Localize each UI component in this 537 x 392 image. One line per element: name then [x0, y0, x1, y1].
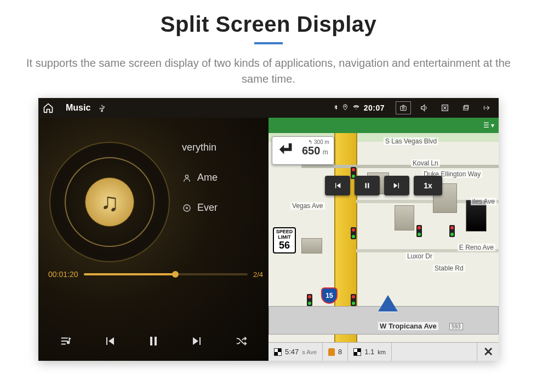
- nav-top-strip: ☰ ▾: [268, 118, 499, 133]
- elapsed-time: 00:01:20: [48, 270, 78, 279]
- progress-row: 00:01:20 2/4: [48, 270, 263, 279]
- svg-point-0: [345, 106, 346, 107]
- track-metadata: verythin Ame Ever: [182, 142, 264, 214]
- svg-rect-10: [150, 337, 152, 345]
- work-cell[interactable]: 8: [323, 343, 348, 361]
- track-title: verythin: [182, 142, 216, 153]
- music-controls: [38, 321, 268, 361]
- music-pane: ♫ verythin Ame: [38, 118, 268, 361]
- recents-button[interactable]: [458, 101, 473, 114]
- pause-button[interactable]: [140, 328, 167, 354]
- sim-pause-button[interactable]: [355, 176, 380, 195]
- svg-point-9: [67, 342, 70, 344]
- simulation-controls: 1x: [325, 176, 442, 195]
- distance-cell[interactable]: 1.1 km: [348, 343, 392, 361]
- prev-track-button[interactable]: [96, 328, 123, 354]
- title-underline: [254, 42, 283, 44]
- turn-unit: m: [323, 148, 328, 156]
- svg-rect-13: [368, 183, 369, 188]
- sim-prev-button[interactable]: [325, 176, 350, 195]
- street-label: iles Ave: [471, 198, 496, 205]
- page: Split Screen Display It supports the sam…: [0, 0, 537, 392]
- music-note-icon: ♫: [100, 187, 119, 217]
- traffic-light-icon: [351, 294, 356, 306]
- album-row: Ever: [182, 202, 264, 214]
- turn-distance: 650: [302, 145, 320, 157]
- svg-rect-1: [401, 106, 407, 111]
- nav-menu-button[interactable]: ☰ ▾: [483, 122, 494, 129]
- track-title-row: verythin: [182, 142, 264, 153]
- next-track-button[interactable]: [184, 328, 210, 354]
- interstate-shield: 15: [321, 287, 338, 304]
- street-label: Luxor Dr: [405, 252, 434, 260]
- nav-bottom-bar: 5:47 s Ave 8 1.1 km ✕: [268, 342, 499, 361]
- building-icon: [395, 205, 414, 230]
- traffic-light-icon: [307, 294, 312, 306]
- nav-close-button[interactable]: ✕: [477, 343, 499, 361]
- clock: 20:07: [364, 103, 385, 112]
- svg-rect-11: [155, 337, 157, 345]
- app-title: Music: [66, 103, 90, 113]
- navigation-pane[interactable]: S Las Vegas Blvd Koval Ln Duke Ellington…: [268, 118, 499, 361]
- svg-point-7: [184, 205, 190, 211]
- svg-point-6: [185, 175, 188, 177]
- usb-icon: [98, 103, 106, 112]
- home-icon[interactable]: [43, 102, 54, 113]
- album-art: ♫: [49, 142, 170, 262]
- person-icon: [182, 173, 192, 183]
- close-button[interactable]: [437, 101, 453, 114]
- album: Ever: [197, 202, 218, 214]
- svg-point-8: [186, 207, 188, 209]
- playlist-button[interactable]: [53, 328, 79, 354]
- page-heading: Split Screen Display: [0, 0, 537, 55]
- vehicle-cursor-icon: [378, 295, 398, 312]
- traffic-light-icon: [351, 227, 356, 239]
- description: It supports the same screen display of t…: [22, 55, 515, 87]
- back-button[interactable]: [479, 101, 494, 114]
- artist-row: Ame: [182, 172, 264, 183]
- artist: Ame: [197, 172, 218, 183]
- speed-limit-sign: SPEED LIMIT 56: [273, 227, 296, 253]
- building-icon: [301, 238, 322, 253]
- street-label: E Reno Ave: [458, 244, 495, 251]
- track-index: 2/4: [253, 270, 263, 279]
- wifi-icon: [352, 103, 361, 112]
- street-label: Vegas Ave: [290, 202, 325, 210]
- street-label: Koval Ln: [411, 159, 440, 167]
- shuffle-button[interactable]: [228, 328, 254, 354]
- screenshot-button[interactable]: [396, 101, 411, 114]
- turn-instruction-card[interactable]: 650 m ↰ 300 m: [272, 136, 334, 165]
- device-frame: Music 20:07: [38, 98, 499, 361]
- eta-cell[interactable]: 5:47 s Ave: [268, 343, 323, 361]
- location-icon: [342, 103, 349, 113]
- disc-icon: [182, 203, 192, 213]
- street-label: S Las Vegas Blvd: [384, 137, 438, 145]
- street-label: W Tropicana Ave: [378, 322, 438, 330]
- split-container: ♫ verythin Ame: [38, 118, 499, 361]
- route-shield: 593: [449, 323, 463, 330]
- turn-left-icon: [278, 140, 296, 161]
- seek-bar[interactable]: [84, 273, 248, 275]
- construction-icon: [328, 348, 335, 356]
- turn-sub-distance: ↰ 300 m: [308, 139, 329, 145]
- title: Split Screen Display: [0, 12, 537, 37]
- traffic-light-icon: [416, 225, 422, 237]
- status-icons: 20:07: [333, 103, 385, 113]
- status-bar: Music 20:07: [38, 98, 499, 118]
- sim-speed-button[interactable]: 1x: [414, 176, 442, 195]
- sim-next-button[interactable]: [384, 176, 409, 195]
- bluetooth-icon: [333, 103, 339, 113]
- svg-rect-12: [365, 183, 367, 188]
- traffic-light-icon: [449, 225, 455, 237]
- flag-icon: [274, 348, 282, 356]
- flag-icon: [353, 348, 361, 356]
- svg-point-2: [402, 107, 404, 109]
- street-label: Stable Rd: [433, 264, 465, 272]
- volume-button[interactable]: [416, 101, 432, 114]
